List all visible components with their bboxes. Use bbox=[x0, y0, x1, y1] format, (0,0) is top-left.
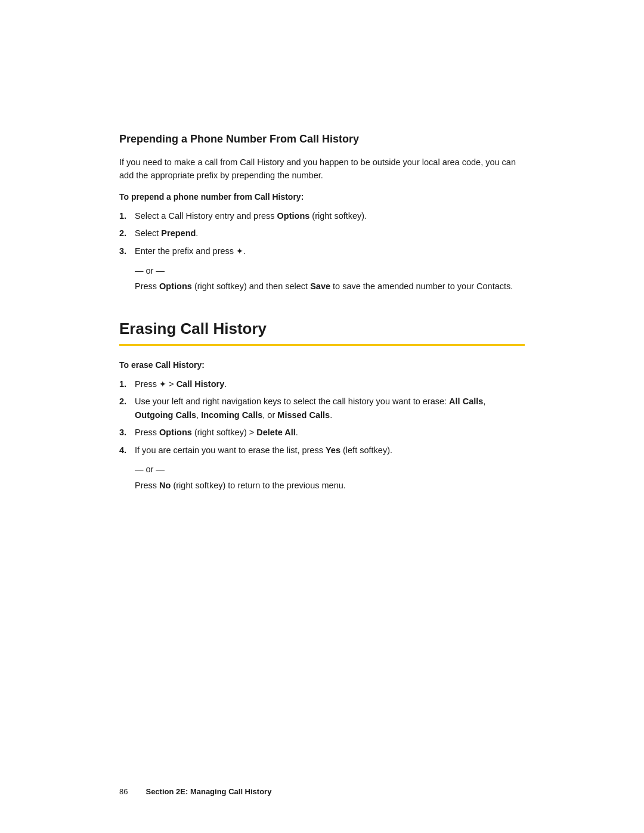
prepend-procedure-title: To prepend a phone number from Call Hist… bbox=[119, 191, 525, 203]
erase-step-content-4: If you are certain you want to erase the… bbox=[135, 444, 525, 457]
erase-step-num-1: 1. bbox=[119, 377, 132, 391]
prepend-steps-list: 1. Select a Call History entry and press… bbox=[119, 209, 525, 258]
prepend-or-block: — or — Press Options (right softkey) and… bbox=[135, 264, 525, 293]
erase-header: Erasing Call History bbox=[119, 317, 525, 346]
prepend-intro: If you need to make a call from Call His… bbox=[119, 156, 525, 182]
erase-steps-list: 1. Press ✦ > Call History. 2. Use your l… bbox=[119, 377, 525, 457]
erase-step-content-3: Press Options (right softkey) > Delete A… bbox=[135, 426, 525, 439]
erase-step-content-2: Use your left and right navigation keys … bbox=[135, 395, 525, 422]
step-content-3: Enter the prefix and press ✦. bbox=[135, 244, 525, 258]
prepend-step-2: 2. Select Prepend. bbox=[119, 227, 525, 240]
erase-step-content-1: Press ✦ > Call History. bbox=[135, 377, 525, 391]
prepend-step-1: 1. Select a Call History entry and press… bbox=[119, 209, 525, 222]
prepend-step-3: 3. Enter the prefix and press ✦. bbox=[119, 244, 525, 258]
step-num-3: 3. bbox=[119, 244, 132, 258]
erase-procedure-title: To erase Call History: bbox=[119, 359, 525, 371]
page-footer: 86 Section 2E: Managing Call History bbox=[119, 786, 525, 798]
erase-step-4: 4. If you are certain you want to erase … bbox=[119, 444, 525, 457]
prepend-heading: Prepending a Phone Number From Call Hist… bbox=[119, 131, 525, 147]
erase-or-text: Press No (right softkey) to return to th… bbox=[135, 479, 525, 492]
prepend-section: Prepending a Phone Number From Call Hist… bbox=[119, 131, 525, 293]
prepend-or-text: Press Options (right softkey) and then s… bbox=[135, 280, 525, 293]
erase-step-2: 2. Use your left and right navigation ke… bbox=[119, 395, 525, 422]
footer-section-label: Section 2E: Managing Call History bbox=[145, 786, 271, 798]
nav-icon-1: ✦ bbox=[236, 245, 243, 258]
step-content-1: Select a Call History entry and press Op… bbox=[135, 209, 525, 222]
erase-step-3: 3. Press Options (right softkey) > Delet… bbox=[119, 426, 525, 439]
erase-section: Erasing Call History To erase Call Histo… bbox=[119, 317, 525, 493]
step-num-2: 2. bbox=[119, 227, 132, 240]
page-number: 86 bbox=[119, 786, 128, 798]
erase-step-num-2: 2. bbox=[119, 395, 132, 408]
erase-step-num-4: 4. bbox=[119, 444, 132, 457]
step-num-1: 1. bbox=[119, 209, 132, 222]
erase-or-block: — or — Press No (right softkey) to retur… bbox=[135, 463, 525, 492]
erase-or-label: — or — bbox=[135, 463, 525, 476]
prepend-or-label: — or — bbox=[135, 264, 525, 277]
nav-icon-2: ✦ bbox=[159, 378, 166, 391]
erase-heading: Erasing Call History bbox=[119, 317, 525, 340]
erase-step-1: 1. Press ✦ > Call History. bbox=[119, 377, 525, 391]
step-content-2: Select Prepend. bbox=[135, 227, 525, 240]
erase-step-num-3: 3. bbox=[119, 426, 132, 439]
